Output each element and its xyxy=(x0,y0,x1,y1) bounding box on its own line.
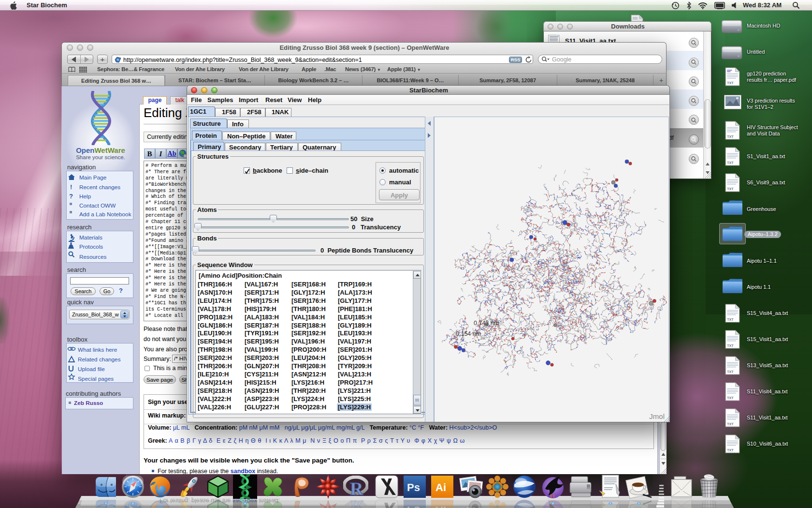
svg-text:Ps: Ps xyxy=(407,504,420,508)
svg-text:!: ! xyxy=(70,183,72,191)
svg-text:R: R xyxy=(350,498,363,508)
svg-text:R: R xyxy=(350,478,363,498)
svg-text:Ai: Ai xyxy=(435,504,446,508)
svg-text:Ai: Ai xyxy=(435,481,446,493)
svg-text:?: ? xyxy=(69,193,73,200)
svg-text:Ps: Ps xyxy=(407,481,420,493)
